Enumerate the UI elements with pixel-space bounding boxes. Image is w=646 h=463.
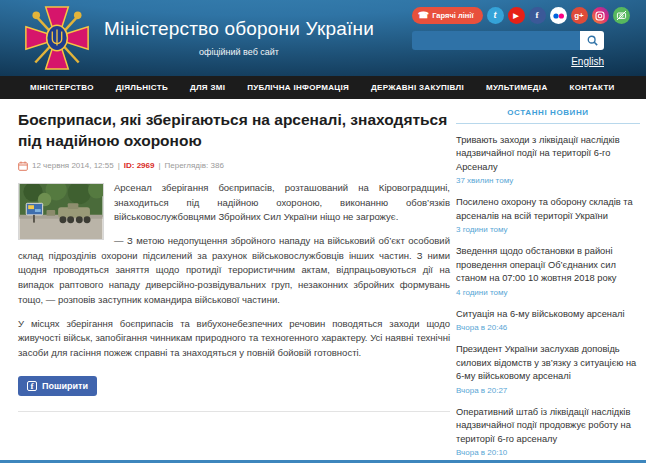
latest-news-sidebar: ОСТАННІ НОВИНИ Тривають заходи з ліквіда…	[456, 108, 640, 463]
news-title: Оперативний штаб із ліквідації наслідків…	[456, 406, 640, 446]
facebook-icon[interactable]: f	[529, 7, 546, 24]
article-photo-armored-vehicle[interactable]	[18, 183, 104, 240]
latest-news-heading: ОСТАННІ НОВИНИ	[456, 108, 640, 124]
site-title: Міністерство оборони України	[104, 18, 374, 40]
news-item[interactable]: Оперативний штаб із ліквідації наслідків…	[456, 406, 640, 457]
site-subtitle: офіційний веб сайт	[104, 47, 374, 57]
nav-item-public-info[interactable]: ПУБЛІЧНА ІНФОРМАЦІЯ	[236, 83, 360, 92]
main-nav: МІНІСТЕРСТВО ДІЯЛЬНІСТЬ ДЛЯ ЗМІ ПУБЛІЧНА…	[0, 76, 646, 99]
english-language-link[interactable]: English	[571, 56, 604, 67]
search-button[interactable]	[580, 31, 604, 50]
article: Боєприпаси, які зберігаються на арсеналі…	[18, 108, 450, 463]
news-item[interactable]: Тривають заходи з ліквідації наслідків н…	[456, 134, 640, 185]
hotline-button[interactable]: ☎ Гарячі лінії	[412, 7, 483, 24]
article-meta: 12 червня 2014, 12:55 | ID: 2969 | Перег…	[18, 161, 450, 171]
instagram-icon[interactable]	[592, 7, 609, 24]
meta-separator: |	[118, 161, 120, 170]
news-timestamp: 4 години тому	[456, 288, 640, 297]
article-body: Арсенал зберігання боєприпасів, розташов…	[18, 181, 450, 361]
article-paragraph: У місцях зберігання боєприпасів та вибух…	[18, 317, 450, 361]
mod-ukraine-emblem-logo[interactable]	[24, 5, 90, 75]
news-timestamp: Вчора в 20:46	[456, 323, 640, 332]
social-links-row: ☎ Гарячі лінії t ▶ f g+	[412, 7, 604, 24]
article-date: 12 червня 2014, 12:55	[32, 161, 114, 170]
nav-item-multimedia[interactable]: МУЛЬТИМЕДІА	[475, 83, 559, 92]
news-item[interactable]: Посилено охорону та оборону складів та а…	[456, 196, 640, 234]
facebook-share-button[interactable]: f Поширити	[18, 376, 97, 396]
news-title: Тривають заходи з ліквідації наслідків н…	[456, 134, 640, 174]
article-views: Переглядів: 386	[165, 161, 224, 170]
news-timestamp: 3 години тому	[456, 225, 640, 234]
news-item[interactable]: Зведення щодо обстановки в районі провед…	[456, 245, 640, 296]
meta-separator: |	[158, 161, 160, 170]
search-bar	[412, 31, 604, 50]
article-paragraph: — З метою недопущення збройного нападу н…	[18, 234, 450, 308]
article-divider	[18, 411, 450, 412]
site-header: Міністерство оборони України офіційний в…	[0, 0, 646, 76]
news-title: Зведення щодо обстановки в районі провед…	[456, 245, 640, 285]
facebook-icon: f	[27, 381, 37, 391]
news-timestamp: Вчора в 20:27	[456, 386, 640, 395]
nav-item-ministry[interactable]: МІНІСТЕРСТВО	[19, 83, 105, 92]
article-title: Боєприпаси, які зберігаються на арсеналі…	[18, 110, 450, 152]
share-label: Поширити	[42, 381, 88, 391]
search-input[interactable]	[412, 31, 580, 50]
no-camera-icon[interactable]	[613, 7, 630, 24]
phone-icon: ☎	[418, 11, 429, 20]
article-id: ID: 2969	[124, 161, 155, 170]
emblem-icon	[24, 5, 90, 71]
nav-item-for-media[interactable]: ДЛЯ ЗМІ	[179, 83, 236, 92]
news-timestamp: 37 хвилин тому	[456, 176, 640, 185]
google-plus-icon[interactable]: g+	[571, 7, 588, 24]
news-item[interactable]: Ситуація на 6-му військовому арсеналі Вч…	[456, 308, 640, 332]
flickr-icon[interactable]	[550, 7, 567, 24]
news-title: Президент України заслухав доповідь сило…	[456, 343, 640, 383]
news-title: Посилено охорону та оборону складів та а…	[456, 196, 640, 223]
nav-item-activity[interactable]: ДІЯЛЬНІСТЬ	[105, 83, 179, 92]
hotline-label: Гарячі лінії	[432, 11, 473, 20]
news-timestamp: Вчора в 20:10	[456, 448, 640, 457]
nav-item-procurement[interactable]: ДЕРЖАВНІ ЗАКУПІВЛІ	[360, 83, 475, 92]
youtube-icon[interactable]: ▶	[508, 7, 525, 24]
nav-item-contacts[interactable]: КОНТАКТИ	[558, 83, 625, 92]
search-icon	[587, 35, 598, 46]
twitter-icon[interactable]: t	[487, 7, 504, 24]
news-item[interactable]: Президент України заслухав доповідь сило…	[456, 343, 640, 394]
news-title: Ситуація на 6-му військовому арсеналі	[456, 308, 640, 321]
calendar-icon	[18, 161, 28, 171]
